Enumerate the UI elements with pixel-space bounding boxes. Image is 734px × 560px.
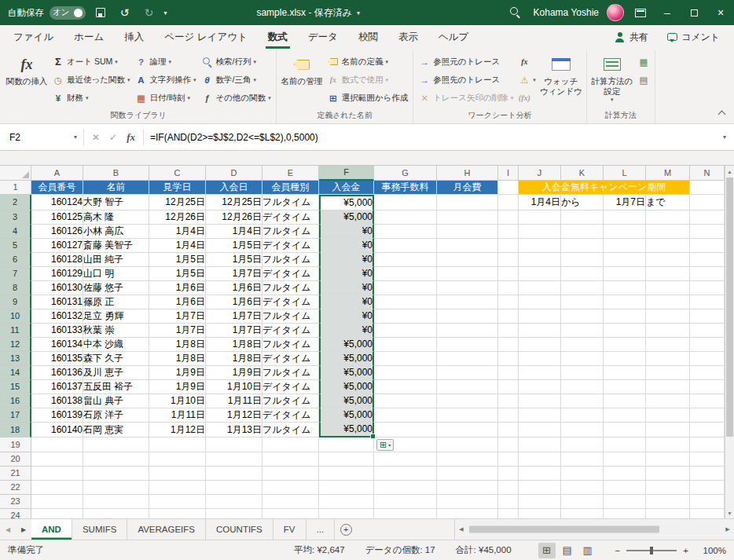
cell-C23[interactable] — [149, 495, 206, 509]
cell-F4[interactable]: ¥0 — [319, 225, 374, 239]
cell-N16[interactable] — [690, 394, 725, 408]
cell-B19[interactable] — [83, 437, 149, 452]
horizontal-scrollbar-track[interactable] — [468, 519, 721, 540]
cell-H17[interactable] — [437, 408, 498, 423]
lookup-button[interactable]: 検索/行列 ▾ — [199, 53, 273, 71]
cell-N22[interactable] — [690, 481, 725, 495]
cell-J5[interactable] — [519, 239, 561, 253]
cell-A22[interactable] — [31, 481, 83, 495]
fill-handle[interactable] — [370, 434, 376, 439]
cell-C14[interactable]: 1月9日 — [149, 366, 206, 380]
enter-button[interactable]: ✓ — [109, 132, 117, 143]
ribbon-tab-home[interactable]: ホーム — [64, 25, 114, 49]
cell-N3[interactable] — [690, 210, 725, 225]
cell-B22[interactable] — [83, 481, 149, 495]
ribbon-tab-formulas[interactable]: 数式 — [258, 25, 298, 49]
cell-L19[interactable] — [604, 437, 646, 452]
column-header-H[interactable]: H — [437, 166, 498, 181]
column-header-C[interactable]: C — [149, 166, 206, 181]
cell-M21[interactable] — [646, 467, 690, 481]
cell-I18[interactable] — [498, 423, 519, 437]
cell-D7[interactable]: 1月7日 — [206, 267, 262, 281]
row-header-15[interactable]: 15 — [0, 380, 31, 394]
cell-G3[interactable] — [374, 210, 437, 225]
cell-J17[interactable] — [519, 408, 561, 423]
cell-M8[interactable] — [646, 281, 690, 295]
cell-J10[interactable] — [519, 309, 561, 324]
calculation-options-button[interactable]: 計算方法の設定 ▾ — [589, 51, 635, 109]
cancel-button[interactable]: ✕ — [92, 132, 100, 143]
cell-J4[interactable] — [519, 225, 561, 239]
cell-B24[interactable] — [83, 509, 149, 518]
cell-C11[interactable]: 1月7日 — [149, 324, 206, 338]
cell-E10[interactable]: フルタイム — [262, 309, 319, 324]
cell-G10[interactable] — [374, 309, 437, 324]
cell-L17[interactable] — [604, 408, 646, 423]
cell-L4[interactable] — [604, 225, 646, 239]
column-header-D[interactable]: D — [206, 166, 262, 181]
cell-F17[interactable]: ¥5,000 — [319, 408, 374, 423]
vertical-scrollbar[interactable]: ▲ ▼ — [725, 166, 734, 518]
cell-K9[interactable] — [561, 295, 604, 309]
cell-E12[interactable]: フルタイム — [262, 338, 319, 352]
cell-E22[interactable] — [262, 481, 319, 495]
cell-I15[interactable] — [498, 380, 519, 394]
column-header-F[interactable]: F — [319, 166, 374, 181]
cell-L6[interactable] — [604, 253, 646, 267]
cell-A14[interactable]: 160136 — [31, 366, 83, 380]
calculate-now-button[interactable]: ▦ — [635, 53, 652, 71]
cell-E20[interactable] — [262, 452, 319, 467]
cell-I19[interactable] — [498, 437, 519, 452]
cell-J18[interactable] — [519, 423, 561, 437]
cell-L10[interactable] — [604, 309, 646, 324]
cell-N8[interactable] — [690, 281, 725, 295]
share-button[interactable]: 共有 — [607, 28, 656, 46]
row-header-7[interactable]: 7 — [0, 267, 31, 281]
cell-G6[interactable] — [374, 253, 437, 267]
cell-M6[interactable] — [646, 253, 690, 267]
cell-J15[interactable] — [519, 380, 561, 394]
new-sheet-button[interactable]: + — [335, 519, 357, 540]
ribbon-tab-help[interactable]: ヘルプ — [428, 25, 479, 49]
cell-H18[interactable] — [437, 423, 498, 437]
cell-J20[interactable] — [519, 452, 561, 467]
cell-J12[interactable] — [519, 338, 561, 352]
cell-N24[interactable] — [690, 509, 725, 518]
scroll-down-icon[interactable]: ▼ — [725, 507, 734, 518]
account-name[interactable]: Kohama Yoshie — [534, 7, 599, 18]
cell-G20[interactable] — [374, 452, 437, 467]
cell-G8[interactable] — [374, 281, 437, 295]
cell-K13[interactable] — [561, 352, 604, 366]
comments-button[interactable]: コメント — [659, 28, 728, 46]
cell-J21[interactable] — [519, 467, 561, 481]
cell-C7[interactable]: 1月5日 — [149, 267, 206, 281]
cell-F23[interactable] — [319, 495, 374, 509]
status-average[interactable]: 平均: ¥2,647 — [294, 544, 345, 556]
cell-A11[interactable]: 160133 — [31, 324, 83, 338]
cell-N19[interactable] — [690, 437, 725, 452]
cell-I13[interactable] — [498, 352, 519, 366]
cell-D16[interactable]: 1月11日 — [206, 394, 262, 408]
row-header-1[interactable]: 1 — [0, 181, 31, 195]
cell-K8[interactable] — [561, 281, 604, 295]
cell-B2[interactable]: 大野 智子 — [83, 195, 149, 210]
sheet-scroll-right-button[interactable]: ▶ — [16, 519, 31, 540]
column-header-E[interactable]: E — [262, 166, 319, 181]
cell-D4[interactable]: 1月4日 — [206, 225, 262, 239]
cell-N11[interactable] — [690, 324, 725, 338]
cell-F2[interactable]: ¥5,000 — [319, 195, 374, 210]
cell-C20[interactable] — [149, 452, 206, 467]
ribbon-tab-file[interactable]: ファイル — [3, 25, 64, 49]
cell-F14[interactable]: ¥5,000 — [319, 366, 374, 380]
avatar[interactable] — [607, 4, 624, 21]
ribbon-tab-insert[interactable]: 挿入 — [114, 25, 154, 49]
cell-I16[interactable] — [498, 394, 519, 408]
cell-E7[interactable]: デイタイム — [262, 267, 319, 281]
cell-M11[interactable] — [646, 324, 690, 338]
cell-A2[interactable]: 160124 — [31, 195, 83, 210]
cell-H16[interactable] — [437, 394, 498, 408]
logical-button[interactable]: ? 論理 ▾ — [133, 53, 199, 71]
cell-M4[interactable] — [646, 225, 690, 239]
cell-D1[interactable]: 入会日 — [206, 181, 262, 195]
cell-G7[interactable] — [374, 267, 437, 281]
